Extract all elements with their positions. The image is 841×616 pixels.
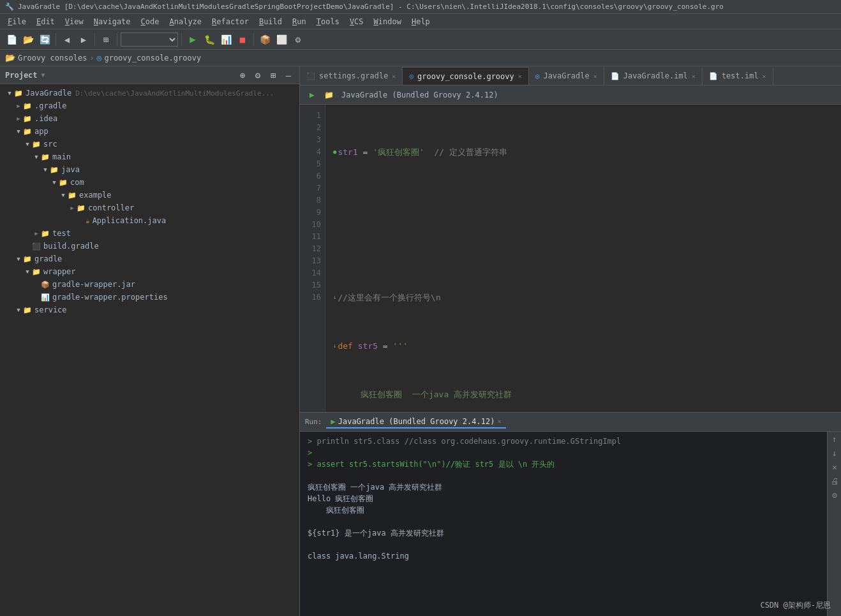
settings-output-btn[interactable]: ⚙: [828, 488, 841, 502]
tab-javagradle[interactable]: ◎ JavaGradle ✕: [529, 67, 604, 85]
menu-code[interactable]: Code: [136, 16, 165, 27]
tab-close-groovy-console[interactable]: ✕: [518, 73, 522, 80]
tree-item-example[interactable]: ▼ 📁 example: [0, 189, 299, 202]
tree-item-application-java[interactable]: ▶ ☕ Application.java: [0, 214, 299, 227]
tab-close-settings-gradle[interactable]: ✕: [392, 73, 396, 80]
scroll-up-btn[interactable]: ↑: [828, 432, 841, 446]
build-gradle-icon: ⬛: [32, 242, 41, 251]
code-line6-text: 疯狂创客圈 一个java 高并发研究社群: [341, 388, 512, 400]
tree-label-gradle: gradle: [34, 254, 62, 263]
menu-file[interactable]: File: [3, 16, 31, 27]
dropdown-arrow-icon[interactable]: ▼: [41, 71, 45, 78]
tree-label-java: java: [61, 165, 80, 174]
print-output-btn[interactable]: 🖨: [828, 474, 841, 488]
toolbar-config-dropdown[interactable]: [121, 33, 178, 47]
run-label: Run:: [305, 418, 322, 426]
tree-item-javagradle[interactable]: ▼ 📁 JavaGradle D:\dev\cache\JavaAndKotli…: [0, 87, 299, 99]
toolbar-more-btn[interactable]: ⚙: [290, 32, 306, 47]
tree-item-gradle-wrapper-props[interactable]: ▶ 📊 gradle-wrapper.properties: [0, 291, 299, 304]
stop-btn[interactable]: ■: [235, 32, 250, 47]
tree-item-controller[interactable]: ▶ 📁 controller: [0, 202, 299, 214]
tree-item-dotgradle[interactable]: ▶ 📁 .gradle: [0, 99, 299, 112]
run-output-line-1: > println str5.class //class org.codehau…: [308, 436, 819, 447]
tree-item-service[interactable]: ▼ 📁 service: [0, 304, 299, 316]
debug-btn[interactable]: 🐛: [202, 32, 217, 47]
menu-view[interactable]: View: [60, 16, 89, 27]
run-play-btn[interactable]: ▶: [305, 88, 319, 102]
run-output-line-3: > assert str5.startsWith("\n")//验证 str5 …: [308, 458, 819, 470]
project-label: Project: [5, 71, 38, 80]
tree-item-src[interactable]: ▼ 📁 src: [0, 138, 299, 150]
scroll-down-btn[interactable]: ↓: [828, 446, 841, 460]
toolbar-terminal-btn[interactable]: ⬜: [274, 32, 289, 47]
menu-run[interactable]: Run: [287, 16, 311, 27]
run-tab-close-btn[interactable]: ✕: [497, 418, 501, 425]
run-output-line-8: [308, 516, 819, 527]
tree-arrow-src: ▼: [23, 141, 32, 147]
tab-groovy-console[interactable]: ◎ groovy_console.groovy ✕: [403, 67, 528, 85]
line-numbers: 1 2 3 4 5 6 7 8 9 10 11 12 13 14 15 16: [300, 105, 325, 412]
tree-item-java[interactable]: ▼ 📁 java: [0, 163, 299, 176]
tree-item-gradle[interactable]: ▼ 📁 gradle: [0, 253, 299, 265]
tab-test-iml[interactable]: 📄 test.iml ✕: [703, 67, 773, 85]
tree-item-wrapper[interactable]: ▼ 📁 wrapper: [0, 265, 299, 278]
tree-item-main[interactable]: ▼ 📁 main: [0, 150, 299, 163]
tree-item-app[interactable]: ▼ 📁 app: [0, 125, 299, 138]
tree-item-gradle-wrapper-jar[interactable]: ▶ 📦 gradle-wrapper.jar: [0, 278, 299, 291]
toolbar-new-btn[interactable]: 📄: [4, 32, 19, 47]
run-tab-label: JavaGradle (Bundled Groovy 2.4.12): [338, 417, 495, 426]
tree-arrow-wrapper: ▼: [23, 268, 32, 275]
tree-arrow-com: ▼: [50, 179, 59, 186]
code-comment-1: // 定义普通字符串: [424, 146, 507, 158]
menu-tools[interactable]: Tools: [311, 16, 345, 27]
title-bar: 🔧 JavaGradle [D:\dev\cache\JavaAndKotlin…: [0, 0, 841, 14]
tab-javagradle-iml[interactable]: 📄 JavaGradle.iml ✕: [604, 67, 703, 85]
clear-output-btn[interactable]: ✕: [828, 460, 841, 474]
tab-close-test-iml[interactable]: ✕: [763, 73, 766, 80]
sidebar-scope-btn[interactable]: ⊕: [237, 70, 248, 81]
sidebar-settings-btn[interactable]: ⊞: [267, 70, 279, 81]
bottom-attribution: CSDN @架构师-尼恩: [760, 600, 831, 611]
toolbar-maven-btn[interactable]: 📦: [257, 32, 272, 47]
folder-service-icon: 📁: [23, 306, 32, 314]
breadcrumb: 📂 Groovy consoles › ◎ groovy_console.gro…: [0, 50, 841, 66]
sidebar-hide-btn[interactable]: —: [283, 70, 294, 81]
tree-item-dotidea[interactable]: ▶ 📁 .idea: [0, 112, 299, 125]
menu-refactor[interactable]: Refactor: [207, 16, 254, 27]
toolbar-sync-btn[interactable]: 🔄: [37, 32, 52, 47]
tree-item-test[interactable]: ▶ 📁 test: [0, 227, 299, 240]
folder-src-icon: 📁: [32, 140, 41, 149]
run-marker-5: ↓: [333, 340, 336, 352]
menu-analyze[interactable]: Analyze: [165, 16, 207, 27]
breadcrumb-file[interactable]: ◎ groovy_console.groovy: [97, 53, 202, 62]
breadcrumb-groovy-consoles[interactable]: 📂 Groovy consoles: [5, 53, 87, 62]
menu-navigate[interactable]: Navigate: [89, 16, 136, 27]
coverage-btn[interactable]: 📊: [218, 32, 234, 47]
run-marker-1: ●: [333, 146, 336, 158]
toolbar-structure-btn[interactable]: ⊞: [98, 32, 114, 47]
folder-controller-icon: 📁: [77, 204, 86, 212]
code-line-4: ↓ //这里会有一个换行符号\n: [333, 291, 833, 304]
tab-settings-gradle[interactable]: ⬛ settings.gradle ✕: [300, 67, 403, 85]
toolbar-forward-btn[interactable]: ▶: [76, 32, 91, 47]
toolbar-open-btn[interactable]: 📂: [20, 32, 36, 47]
run-tab-javagradle[interactable]: ▶ JavaGradle (Bundled Groovy 2.4.12) ✕: [326, 416, 507, 429]
menu-vcs[interactable]: VCS: [345, 16, 369, 27]
java-file-icon: ☕: [86, 217, 90, 225]
menu-help[interactable]: Help: [406, 16, 435, 27]
tree-item-com[interactable]: ▼ 📁 com: [0, 176, 299, 189]
tab-close-javagradle-iml[interactable]: ✕: [692, 73, 696, 80]
menu-build[interactable]: Build: [254, 16, 287, 27]
toolbar-back-btn[interactable]: ◀: [59, 32, 75, 47]
run-tab-bar: Run: ▶ JavaGradle (Bundled Groovy 2.4.12…: [300, 413, 841, 432]
menu-edit[interactable]: Edit: [31, 16, 60, 27]
code-content[interactable]: ● str1 = '疯狂创客圈' // 定义普通字符串 ↓ //这里会有一个换行…: [325, 105, 841, 412]
run-btn[interactable]: ▶: [185, 32, 200, 47]
tree-item-build-gradle[interactable]: ▶ ⬛ build.gradle: [0, 240, 299, 253]
tab-close-javagradle[interactable]: ✕: [593, 73, 597, 80]
code-editor[interactable]: 1 2 3 4 5 6 7 8 9 10 11 12 13 14 15 16: [300, 105, 841, 412]
toolbar-sep-1: [56, 33, 56, 46]
tree-label-app: app: [34, 127, 48, 136]
sidebar-gear-btn[interactable]: ⚙: [252, 70, 264, 81]
menu-window[interactable]: Window: [369, 16, 406, 27]
